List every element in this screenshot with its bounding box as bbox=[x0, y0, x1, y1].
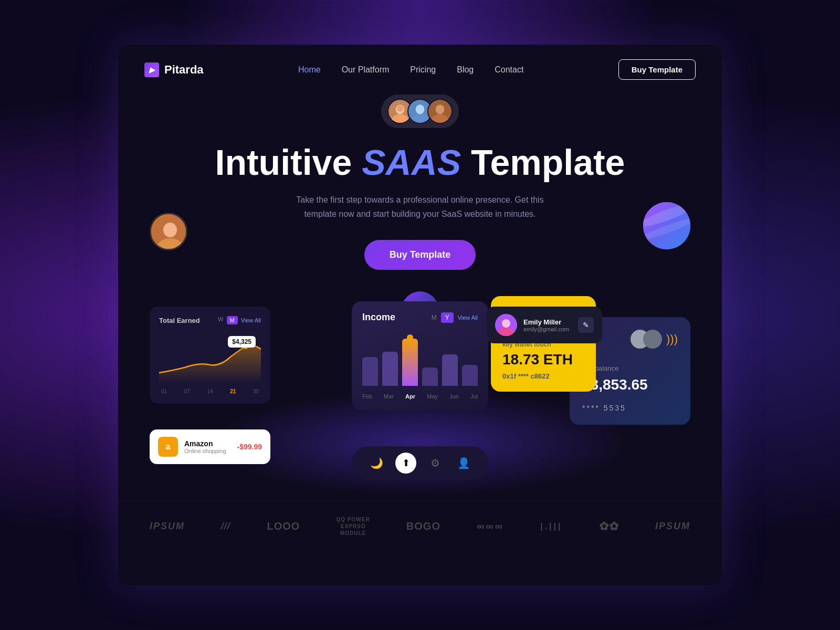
earned-title: Total Earned bbox=[159, 317, 200, 324]
nav-link-home[interactable]: Home bbox=[298, 65, 321, 74]
label-apr: Apr bbox=[405, 393, 415, 400]
transaction-sub: Online shopping bbox=[184, 448, 231, 454]
card-transaction: a Amazon Online shopping -$99.99 bbox=[150, 429, 270, 464]
acc-balance-amount: $3,853.65 bbox=[582, 376, 678, 393]
title-saas: SAAS bbox=[362, 142, 461, 182]
wallet-amount: 18.73 ETH bbox=[502, 351, 584, 368]
bar-may bbox=[422, 368, 438, 386]
user-email: emily@gmail.com bbox=[523, 326, 572, 332]
site-wrapper: ▶ Pitarda Home Our Platform Pricing Blog… bbox=[118, 45, 722, 585]
bar-feb bbox=[362, 357, 378, 386]
income-tabs: M Y View All bbox=[432, 312, 478, 323]
logo-lines: |.||| bbox=[540, 522, 562, 531]
transaction-amount: -$99.99 bbox=[237, 443, 262, 451]
chart-dates: 01 07 14 21 30 bbox=[159, 388, 261, 394]
nav-icon-user[interactable]: 👤 bbox=[454, 454, 473, 472]
nav-item-blog[interactable]: Blog bbox=[457, 65, 474, 75]
nav-link-contact[interactable]: Contact bbox=[495, 65, 523, 74]
earned-view-all[interactable]: View All bbox=[241, 317, 261, 323]
logo-ipsum-1: IPSUM bbox=[150, 521, 185, 532]
title-part2: Template bbox=[461, 142, 625, 182]
svg-point-15 bbox=[502, 319, 510, 328]
user-avatar bbox=[495, 314, 517, 336]
svg-point-11 bbox=[163, 223, 177, 237]
avatar-3 bbox=[427, 99, 453, 124]
card-user: Emily Miller emily@gmail.com ✎ bbox=[487, 307, 602, 343]
navbar: ▶ Pitarda Home Our Platform Pricing Blog… bbox=[118, 45, 722, 94]
nav-icon-share[interactable]: ⬆ bbox=[395, 453, 416, 474]
card-total-earned: Total Earned W M View All $4,325 bbox=[150, 307, 270, 404]
nav-item-pricing[interactable]: Pricing bbox=[410, 65, 436, 75]
logo-ipsum-2: IPSUM bbox=[655, 521, 690, 532]
earned-chart: $4,325 bbox=[159, 331, 261, 383]
user-info: Emily Miller emily@gmail.com bbox=[523, 318, 572, 332]
hero-subtitle: Take the first step towards a profession… bbox=[284, 193, 556, 221]
logo-bogo: BOGO bbox=[406, 520, 440, 532]
bar-apr bbox=[402, 339, 418, 386]
date-21: 21 bbox=[230, 388, 236, 394]
title-part1: Intuitive bbox=[215, 142, 362, 182]
logo-qq: QQ POWEREXPRSOMODULE bbox=[337, 516, 370, 537]
logo-looo: LOOO bbox=[267, 520, 300, 532]
logo-flower: ✿✿ bbox=[599, 520, 619, 533]
label-jul: Jul bbox=[470, 393, 478, 400]
nav-link-pricing[interactable]: Pricing bbox=[410, 65, 436, 74]
nav-icon-moon[interactable]: 🌙 bbox=[367, 454, 386, 472]
logo-slant: /// bbox=[221, 521, 230, 532]
logo[interactable]: ▶ Pitarda bbox=[144, 62, 204, 77]
hero-title: Intuitive SAAS Template bbox=[150, 143, 690, 182]
logo-chain: ∞∞∞ bbox=[477, 520, 504, 532]
logo-icon: ▶ bbox=[144, 62, 159, 77]
cards-section: Total Earned W M View All $4,325 bbox=[139, 296, 701, 496]
date-30: 30 bbox=[253, 388, 259, 394]
income-tab-y[interactable]: Y bbox=[441, 312, 454, 323]
income-title: Income bbox=[362, 312, 395, 323]
nav-icon-settings[interactable]: ⚙ bbox=[426, 454, 445, 472]
label-mar: Mar bbox=[384, 393, 394, 400]
buy-template-button[interactable]: Buy Template bbox=[618, 59, 696, 80]
nav-links: Home Our Platform Pricing Blog Contact bbox=[298, 65, 523, 75]
label-feb: Feb bbox=[362, 393, 372, 400]
nav-link-blog[interactable]: Blog bbox=[457, 65, 474, 74]
income-header: Income M Y View All bbox=[362, 312, 478, 323]
mc-right bbox=[643, 330, 662, 349]
svg-point-5 bbox=[416, 104, 425, 114]
card-number: **** 5535 bbox=[582, 404, 678, 412]
floating-avatar-left bbox=[150, 213, 187, 250]
mastercard-icon bbox=[631, 330, 662, 349]
avatar-group bbox=[150, 94, 690, 128]
hero-section: Intuitive SAAS Template Take the first s… bbox=[118, 94, 722, 296]
nav-link-platform[interactable]: Our Platform bbox=[342, 65, 390, 74]
nav-item-contact[interactable]: Contact bbox=[495, 65, 523, 75]
user-name: Emily Miller bbox=[523, 318, 572, 326]
svg-point-8 bbox=[436, 104, 445, 114]
svg-point-3 bbox=[397, 105, 404, 112]
date-01: 01 bbox=[161, 388, 167, 394]
transaction-info: Amazon Online shopping bbox=[184, 439, 231, 454]
label-jun: Jun bbox=[449, 393, 459, 400]
contactless-icon: ))) bbox=[666, 332, 678, 346]
tab-m[interactable]: M bbox=[227, 316, 238, 324]
wallet-address: 0x1f **** c8622 bbox=[502, 372, 584, 380]
earned-tabs: W M bbox=[218, 316, 238, 324]
acc-balance-label: acc balance bbox=[582, 364, 678, 372]
date-07: 07 bbox=[184, 388, 190, 394]
income-view-all[interactable]: View All bbox=[458, 314, 478, 321]
label-may: May bbox=[427, 393, 438, 400]
nav-item-home[interactable]: Home bbox=[298, 65, 321, 75]
hero-cta-button[interactable]: Buy Template bbox=[364, 240, 476, 270]
card-income: Income M Y View All bbox=[352, 301, 488, 410]
date-14: 14 bbox=[207, 388, 213, 394]
bar-labels: Feb Mar Apr May Jun Jul bbox=[362, 393, 478, 400]
bar-chart bbox=[362, 333, 478, 386]
nav-item-platform[interactable]: Our Platform bbox=[342, 65, 390, 75]
income-tab-m[interactable]: M bbox=[432, 314, 437, 321]
brand-name: Pitarda bbox=[164, 63, 204, 77]
amazon-icon: a bbox=[158, 437, 178, 457]
logo-strip: IPSUM /// LOOO QQ POWEREXPRSOMODULE BOGO… bbox=[118, 501, 722, 551]
transaction-name: Amazon bbox=[184, 439, 231, 448]
user-edit-button[interactable]: ✎ bbox=[578, 317, 594, 333]
tab-w[interactable]: W bbox=[218, 316, 223, 324]
bar-jun bbox=[442, 354, 458, 386]
card-nav-icons: 🌙 ⬆ ⚙ 👤 bbox=[352, 446, 488, 480]
